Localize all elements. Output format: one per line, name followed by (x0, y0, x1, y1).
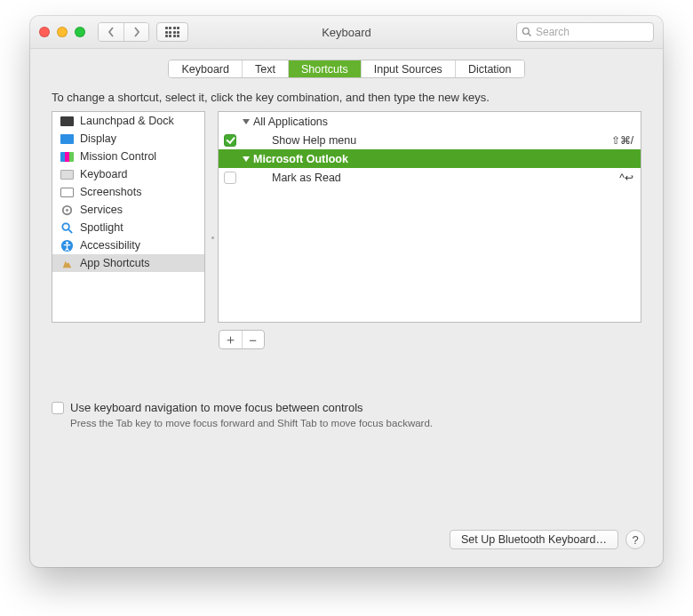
search-icon (522, 27, 532, 37)
split-resizer[interactable] (211, 228, 215, 246)
forward-button[interactable] (123, 23, 148, 41)
back-button[interactable] (99, 23, 123, 41)
accessibility-icon (59, 239, 75, 252)
search-placeholder: Search (536, 26, 570, 38)
bluetooth-keyboard-button[interactable]: Set Up Bluetooth Keyboard… (450, 530, 618, 549)
shortcut-list[interactable]: All ApplicationsShow Help menu⇧⌘/Microso… (218, 111, 641, 323)
titlebar: Keyboard Search (30, 16, 663, 49)
shortcut-label: Show Help menu (272, 134, 356, 147)
traffic-lights (39, 27, 85, 37)
show-all-button[interactable] (156, 22, 188, 42)
svg-point-3 (66, 209, 68, 212)
sidebar-item-label: Accessibility (80, 239, 140, 252)
window: Keyboard Search Keyboard Text Shortcuts … (30, 16, 663, 567)
add-button[interactable]: ＋ (219, 331, 242, 348)
screenshots-icon (59, 188, 75, 197)
shortcut-group[interactable]: All Applications (219, 112, 641, 131)
tab-dictation[interactable]: Dictation (456, 60, 524, 77)
sidebar-item-launchpad-dock[interactable]: Launchpad & Dock (52, 112, 204, 130)
content: Keyboard Text Shortcuts Input Sources Di… (30, 49, 663, 567)
tab-keyboard[interactable]: Keyboard (169, 60, 243, 77)
shortcut-row[interactable]: Show Help menu⇧⌘/ (219, 131, 641, 149)
sidebar-item-spotlight[interactable]: Spotlight (52, 219, 204, 236)
launchpad-icon (59, 116, 75, 126)
sidebar-item-screenshots[interactable]: Screenshots (52, 183, 204, 201)
mission-icon (59, 152, 75, 162)
svg-line-1 (529, 34, 531, 36)
sidebar-item-app-shortcuts[interactable]: App Shortcuts (52, 254, 204, 272)
svg-point-4 (62, 223, 69, 230)
minimize-button[interactable] (57, 27, 68, 37)
sidebar-item-label: Mission Control (80, 150, 156, 163)
kbnav-checkbox[interactable] (52, 402, 64, 414)
svg-line-5 (68, 229, 72, 233)
footer: Set Up Bluetooth Keyboard… ? (30, 530, 663, 567)
kbnav-label: Use keyboard navigation to move focus be… (70, 401, 363, 414)
magnifier-icon (59, 221, 75, 235)
disclosure-triangle-icon[interactable] (243, 119, 250, 124)
svg-point-7 (66, 241, 68, 244)
shortcuts-panel: To change a shortcut, select it, click t… (52, 91, 641, 530)
keyboard-icon (59, 170, 75, 180)
sidebar-item-label: Launchpad & Dock (80, 115, 174, 127)
remove-button[interactable]: − (242, 331, 265, 348)
tab-segmented: Keyboard Text Shortcuts Input Sources Di… (168, 60, 524, 78)
shortcut-keys: ⇧⌘/ (611, 134, 633, 147)
category-list[interactable]: Launchpad & DockDisplayMission ControlKe… (52, 111, 205, 323)
instruction-text: To change a shortcut, select it, click t… (52, 91, 641, 104)
kbnav-hint: Press the Tab key to move focus forward … (70, 418, 641, 428)
help-button[interactable]: ? (625, 530, 645, 549)
tabbar: Keyboard Text Shortcuts Input Sources Di… (30, 60, 663, 78)
sidebar-item-label: Spotlight (80, 221, 123, 234)
tab-shortcuts[interactable]: Shortcuts (289, 60, 362, 77)
sidebar-item-label: Services (80, 204, 123, 216)
close-button[interactable] (39, 27, 50, 37)
tab-text[interactable]: Text (243, 60, 289, 77)
zoom-button[interactable] (75, 27, 85, 37)
sidebar-item-accessibility[interactable]: Accessibility (52, 236, 204, 254)
split-view: Launchpad & DockDisplayMission ControlKe… (52, 111, 641, 323)
shortcut-group[interactable]: Microsoft Outlook (219, 149, 641, 168)
svg-point-0 (523, 28, 530, 35)
shortcut-checkbox[interactable] (224, 134, 236, 147)
sidebar-item-mission-control[interactable]: Mission Control (52, 148, 204, 165)
display-icon (59, 134, 75, 144)
sidebar-item-label: Display (80, 132, 116, 145)
sidebar-item-keyboard[interactable]: Keyboard (52, 165, 204, 183)
nav-back-forward (98, 22, 149, 42)
tab-input-sources[interactable]: Input Sources (362, 60, 456, 77)
disclosure-triangle-icon[interactable] (243, 156, 250, 162)
sidebar-item-label: Keyboard (80, 168, 128, 180)
sidebar-item-label: App Shortcuts (80, 257, 150, 269)
shortcut-row[interactable]: Mark as Read^↩ (219, 168, 641, 187)
shortcut-group-label: Microsoft Outlook (253, 153, 348, 165)
shortcut-group-label: All Applications (253, 116, 328, 128)
shortcut-label: Mark as Read (272, 172, 341, 184)
sidebar-item-services[interactable]: Services (52, 201, 204, 219)
shortcut-keys: ^↩ (619, 172, 633, 184)
shortcut-checkbox[interactable] (224, 172, 236, 184)
sidebar-item-display[interactable]: Display (52, 130, 204, 148)
grid-icon (165, 27, 179, 37)
add-remove-group: ＋ − (219, 330, 265, 349)
search-input[interactable]: Search (516, 22, 654, 42)
sidebar-item-label: Screenshots (80, 186, 141, 198)
keyboard-nav-section: Use keyboard navigation to move focus be… (52, 401, 641, 428)
app-icon (59, 257, 75, 270)
gear-icon (59, 204, 75, 217)
